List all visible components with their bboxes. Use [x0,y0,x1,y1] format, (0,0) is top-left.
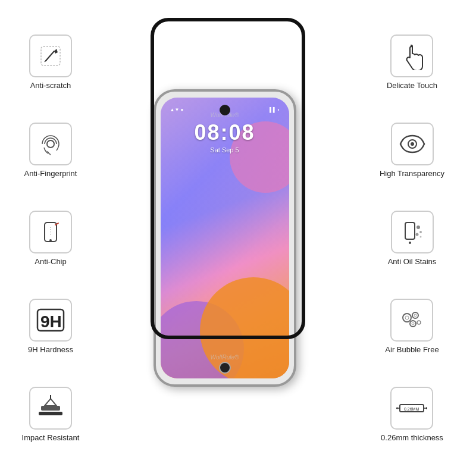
oil-stain-icon [399,219,425,245]
svg-text:0.26MM: 0.26MM [404,407,419,411]
anti-chip-label: Anti-Chip [35,257,66,266]
svg-point-24 [412,312,418,318]
svg-marker-33 [426,407,427,409]
svg-point-28 [417,321,421,324]
feature-anti-oil-stains: Anti Oil Stains [388,211,437,266]
phone-camera [219,362,231,374]
phone-chip-icon [37,219,64,245]
svg-point-17 [409,242,411,244]
phone-clock: 08:08 Sat Sep 5 [161,120,289,154]
svg-marker-31 [396,407,397,409]
9h-icon-box: 9H [29,299,72,342]
feature-anti-scratch: Anti-scratch [29,35,72,90]
feature-high-transparency: High Transparency [380,123,444,178]
air-bubble-free-label: Air Bubble Free [385,345,439,354]
svg-line-1 [46,51,54,61]
svg-point-18 [416,226,420,229]
svg-marker-2 [54,49,58,54]
phone-notch [220,105,230,115]
thickness-icon-box: 0.26MM [390,387,433,430]
thickness-label: 0.26mm thickness [381,433,443,442]
feature-delicate-touch: Delicate Touch [387,35,437,90]
phone-body: ▲▼ ● ▌▌ ▪ WolfRule® 08:08 Sat Sep 5 Wolf… [154,89,296,387]
delicate-touch-icon-box [390,35,433,77]
svg-rect-5 [45,223,57,242]
anti-scratch-label: Anti-scratch [30,81,71,90]
fingerprint-icon [36,130,65,158]
delicate-touch-label: Delicate Touch [387,81,437,90]
high-transparency-label: High Transparency [380,169,444,178]
svg-point-6 [49,239,52,242]
hand-pointer-icon [397,42,426,70]
svg-point-19 [419,231,422,233]
impact-resistant-label: Impact Resistant [22,433,80,442]
impact-resistant-icon-box [29,387,72,430]
right-features: Delicate Touch High Transparency [353,12,472,464]
svg-point-27 [412,322,414,325]
svg-point-22 [403,314,411,322]
feature-anti-fingerprint: Anti-Fingerprint [24,123,77,178]
feature-impact-resistant: Impact Resistant [22,387,80,442]
svg-rect-16 [405,223,415,239]
feature-thickness: 0.26MM 0.26mm thickness [381,387,443,442]
svg-point-15 [411,142,414,146]
air-bubble-icon-box [390,299,433,342]
svg-point-21 [419,236,421,237]
watermark-bottom: WolfRule® [211,354,239,361]
phone-screen: ▲▼ ● ▌▌ ▪ WolfRule® 08:08 Sat Sep 5 Wolf… [161,98,289,378]
pencil-icon [37,43,64,69]
page-container: Anti-scratch Anti-Fingerprint [0,0,476,476]
svg-point-20 [415,233,418,236]
svg-point-25 [414,314,416,317]
left-features: Anti-scratch Anti-Fingerprint [5,12,97,464]
svg-marker-12 [45,399,57,406]
feature-air-bubble-free: Air Bubble Free [385,299,439,354]
svg-rect-11 [39,412,62,415]
phone-center: ▲▼ ● ▌▌ ▪ WolfRule® 08:08 Sat Sep 5 Wolf… [97,6,353,470]
9h-text-icon: 9H [35,305,66,336]
anti-chip-icon-box [29,211,72,253]
svg-rect-10 [41,406,60,411]
feature-9h-hardness: 9H 9H Hardness [28,299,73,354]
high-transparency-icon-box [391,123,434,165]
ruler-icon: 0.26MM [396,393,427,424]
svg-point-26 [410,321,416,327]
anti-fingerprint-label: Anti-Fingerprint [24,169,77,178]
anti-scratch-icon-box [29,35,72,77]
feature-anti-chip: Anti-Chip [29,211,72,266]
anti-oil-icon-box [391,211,434,253]
phone-time: 08:08 [161,120,289,145]
bubbles-icon [397,306,426,334]
impact-icon [36,394,65,422]
eye-icon [398,130,427,158]
anti-oil-stains-label: Anti Oil Stains [388,257,437,266]
anti-fingerprint-icon-box [29,123,72,165]
phone-date: Sat Sep 5 [161,146,289,154]
svg-point-23 [405,316,409,320]
9h-label: 9H Hardness [28,345,73,354]
svg-text:9H: 9H [40,312,62,331]
